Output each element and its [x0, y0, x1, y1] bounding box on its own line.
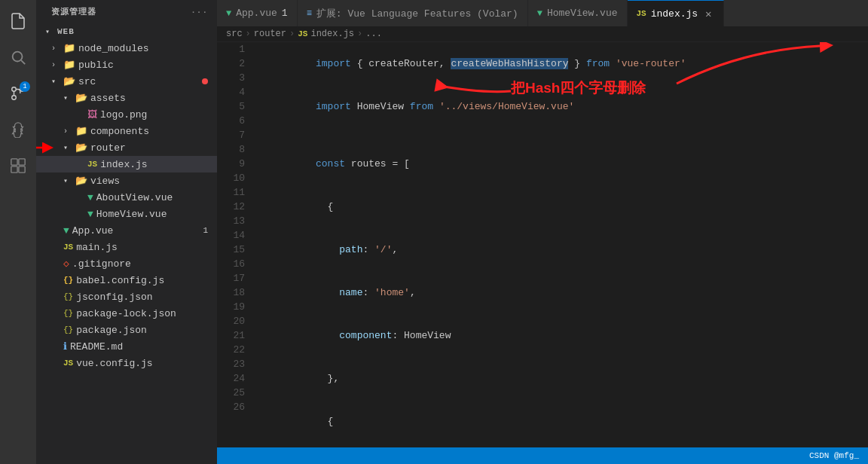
- code-line-5: {: [257, 185, 868, 228]
- tab-index-js[interactable]: JS index.js ✕: [628, 0, 725, 26]
- sidebar: 资源管理器 ··· ▾ WEB › 📁 node_modules › 📁 pub…: [36, 0, 217, 464]
- item-label: index.js: [100, 159, 147, 170]
- folder-open-icon: 📂: [75, 175, 87, 187]
- breadcrumb-file[interactable]: index.js: [310, 29, 354, 39]
- folder-icon: 📁: [63, 42, 75, 54]
- sidebar-item-router[interactable]: ▾ 📂 router: [36, 139, 217, 156]
- tab-app-vue[interactable]: ▼ App.vue 1: [217, 0, 298, 26]
- svg-rect-7: [19, 159, 25, 165]
- item-label: babel.config.js: [76, 275, 164, 286]
- sidebar-item-index-js[interactable]: JS index.js: [36, 156, 217, 172]
- item-label: App.vue: [72, 225, 114, 237]
- sidebar-item-assets[interactable]: ▾ 📂 assets: [36, 90, 217, 106]
- js-tab-icon: JS: [637, 9, 646, 18]
- breadcrumb-router[interactable]: router: [254, 29, 286, 39]
- sidebar-item-views[interactable]: ▾ 📂 views: [36, 172, 217, 189]
- code-content[interactable]: import { createRouter, createWebHashHist…: [251, 42, 868, 447]
- sidebar-title: 资源管理器: [51, 6, 96, 17]
- item-label: main.js: [76, 242, 118, 253]
- tab-bar: ▼ App.vue 1 ≡ 扩展: Vue Language Features …: [217, 0, 868, 26]
- code-line-10: {: [257, 400, 868, 443]
- sidebar-header: 资源管理器 ···: [36, 0, 217, 23]
- item-label: package.json: [76, 325, 147, 336]
- folder-icon: 📁: [63, 59, 75, 71]
- tab-label: index.js: [651, 8, 698, 20]
- js-icon: JS: [63, 243, 73, 252]
- tab-label: HomeView.vue: [547, 8, 618, 19]
- tab-label: App.vue: [236, 8, 277, 19]
- sidebar-item-readme[interactable]: ℹ README.md: [36, 338, 217, 355]
- babel-icon: {}: [63, 276, 73, 285]
- vue-tab-icon: ▼: [226, 8, 231, 19]
- sidebar-item-app-vue[interactable]: ▼ App.vue 1: [36, 222, 217, 239]
- source-control-badge: 1: [20, 81, 30, 92]
- git-icon: ◇: [63, 258, 69, 270]
- item-label: README.md: [70, 341, 123, 353]
- folder-open-icon: 📂: [75, 142, 87, 154]
- sidebar-item-node-modules[interactable]: › 📁 node_modules: [36, 40, 217, 56]
- code-line-8: component: HomeView: [257, 314, 868, 357]
- sidebar-item-public[interactable]: › 📁 public: [36, 56, 217, 73]
- svg-line-1: [21, 60, 25, 64]
- breadcrumb-sep2: ›: [289, 29, 295, 39]
- sidebar-more-icon[interactable]: ···: [191, 8, 208, 17]
- activity-icon-extensions[interactable]: [0, 148, 36, 184]
- tab-badge: 1: [282, 8, 288, 19]
- sidebar-item-gitignore[interactable]: ◇ .gitignore: [36, 255, 217, 272]
- sidebar-item-vue-config[interactable]: JS vue.config.js: [36, 355, 217, 371]
- editor-area: ▼ App.vue 1 ≡ 扩展: Vue Language Features …: [217, 0, 868, 464]
- section-arrow: ▾: [45, 27, 57, 36]
- svg-rect-8: [11, 166, 17, 172]
- tab-home-view[interactable]: ▼ HomeView.vue: [528, 0, 628, 26]
- breadcrumb-js-icon: JS: [298, 29, 307, 38]
- image-icon: 🖼: [87, 109, 97, 121]
- item-label: public: [78, 60, 114, 71]
- json-icon: {}: [63, 309, 73, 318]
- folder-open-icon: 📂: [75, 92, 87, 104]
- activity-icon-debug[interactable]: [0, 111, 36, 148]
- sidebar-item-about-view[interactable]: ▼ AboutView.vue: [36, 189, 217, 206]
- item-label: .gitignore: [72, 258, 131, 270]
- vue-icon: ▼: [63, 225, 69, 237]
- item-label: src: [78, 76, 96, 87]
- item-label: jsconfig.json: [76, 292, 152, 303]
- activity-bar: 1: [0, 0, 36, 464]
- section-web[interactable]: ▾ WEB: [36, 23, 217, 40]
- activity-icon-files[interactable]: [0, 3, 36, 39]
- sidebar-item-package-lock[interactable]: {} package-lock.json: [36, 305, 217, 322]
- vue-icon: ▼: [87, 192, 93, 203]
- tab-close-button[interactable]: ✕: [702, 8, 714, 20]
- sidebar-item-logo[interactable]: 🖼 logo.png: [36, 106, 217, 123]
- js-file-icon: JS: [87, 160, 97, 169]
- sidebar-item-home-view[interactable]: ▼ HomeView.vue: [36, 206, 217, 222]
- folder-icon: 📁: [75, 125, 87, 137]
- breadcrumb: src › router › JS index.js › ...: [217, 26, 868, 42]
- sidebar-item-components[interactable]: › 📁 components: [36, 123, 217, 139]
- svg-point-2: [12, 87, 17, 92]
- activity-icon-source-control[interactable]: 1: [0, 75, 36, 111]
- breadcrumb-sep1: ›: [246, 29, 251, 39]
- folder-open-icon: 📂: [63, 75, 75, 87]
- item-label: HomeView.vue: [96, 209, 167, 220]
- status-bar: CSDN @mfg_: [217, 447, 868, 464]
- router-arrow: [36, 138, 59, 157]
- svg-point-4: [12, 96, 17, 100]
- js-icon: JS: [63, 359, 73, 368]
- sidebar-item-src[interactable]: ▾ 📂 src: [36, 73, 217, 90]
- tab-extension[interactable]: ≡ 扩展: Vue Language Features (Volar): [298, 0, 528, 26]
- sidebar-item-main-js[interactable]: JS main.js: [36, 239, 217, 255]
- activity-icon-search[interactable]: [0, 39, 36, 75]
- breadcrumb-more: ...: [365, 29, 382, 39]
- code-line-1: import { createRouter, createWebHashHist…: [257, 42, 868, 85]
- code-line-6: path: '/',: [257, 228, 868, 271]
- code-line-2: import HomeView from '../views/HomeView.…: [257, 85, 868, 128]
- sidebar-item-babel[interactable]: {} babel.config.js: [36, 272, 217, 288]
- breadcrumb-src[interactable]: src: [226, 29, 243, 39]
- sidebar-item-jsconfig[interactable]: {} jsconfig.json: [36, 288, 217, 305]
- info-icon: ℹ: [63, 340, 67, 353]
- sidebar-item-package-json[interactable]: {} package.json: [36, 322, 217, 338]
- ext-tab-icon: ≡: [307, 8, 312, 19]
- status-csdn: CSDN @mfg_: [809, 451, 859, 460]
- code-line-4: const routes = [: [257, 142, 868, 185]
- item-label: AboutView.vue: [96, 192, 173, 203]
